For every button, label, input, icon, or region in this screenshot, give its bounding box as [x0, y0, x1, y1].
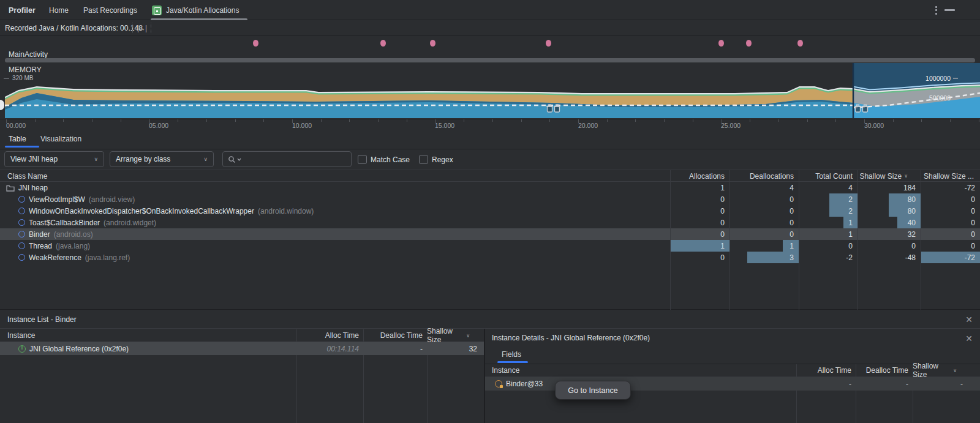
cell-value: 1: [673, 240, 725, 252]
cell-value: 0: [673, 217, 725, 228]
cell-value: 0: [673, 228, 725, 240]
col-class-name[interactable]: Class Name: [7, 170, 47, 182]
top-tab-bar: Profiler Home Past Recordings Java/Kotli…: [0, 0, 980, 20]
active-tab-underline: [497, 361, 528, 363]
class-name: ViewRootImpl$W: [29, 195, 85, 204]
filter-toolbar: View JNI heap ∨ Arrange by class ∨ Match…: [0, 149, 980, 170]
col-alloc-time[interactable]: Alloc Time: [796, 364, 851, 376]
close-icon[interactable]: ✕: [964, 334, 974, 343]
tab-past-recordings[interactable]: Past Recordings: [83, 0, 137, 20]
cell-value: 0: [733, 228, 794, 240]
dealloc-time-value: -: [853, 377, 908, 391]
tab-visualization[interactable]: Visualization: [40, 130, 81, 148]
folder-icon: [6, 184, 15, 192]
col-instance[interactable]: Instance: [492, 364, 519, 376]
instance-details-title: Instance Details - JNI Global Reference …: [492, 331, 650, 345]
tab-table[interactable]: Table: [9, 130, 26, 148]
event-dot-icon[interactable]: [253, 40, 258, 47]
col-shallow-size[interactable]: Shallow Size ∨: [854, 170, 908, 182]
search-icon: [228, 155, 236, 163]
activity-lifecycle-bar[interactable]: [5, 58, 975, 62]
view-tab-strip: Table Visualization: [0, 130, 980, 149]
sort-chevron-icon: ∨: [904, 173, 908, 179]
class-table-row[interactable]: JNI heap144184-72: [0, 182, 980, 193]
class-name: JNI heap: [18, 184, 48, 192]
axis-tick: [178, 119, 178, 122]
class-icon: [18, 196, 25, 203]
axis-tick: [35, 119, 36, 122]
heap-select[interactable]: View JNI heap ∨: [4, 151, 104, 167]
class-name: WindowOnBackInvokedDispatcher$OnBackInvo…: [29, 207, 254, 215]
col-allocations[interactable]: Allocations: [673, 170, 725, 182]
axis-tick: [235, 119, 236, 122]
close-icon[interactable]: ✕: [964, 315, 974, 324]
cell-value: 0: [861, 240, 916, 252]
column-divider: [921, 170, 921, 310]
axis-tick-label: 10.000: [292, 122, 312, 129]
event-dot-icon[interactable]: [546, 40, 551, 47]
class-table-row[interactable]: Thread(java.lang)11000: [0, 240, 980, 252]
instance-object-icon: [495, 380, 502, 387]
class-table-row[interactable]: WindowOnBackInvokedDispatcher$OnBackInvo…: [0, 205, 980, 217]
axis-tick-label: 20.000: [578, 122, 598, 129]
instance-row[interactable]: JNI Global Reference (0x2f0e) 00:14.114 …: [0, 342, 484, 355]
event-dot-icon[interactable]: [380, 40, 386, 47]
cell-value: 0: [673, 252, 725, 263]
axis-tick: [549, 119, 550, 122]
cell-value: 3: [733, 252, 794, 263]
profiler-window: Profiler Home Past Recordings Java/Kotli…: [0, 0, 980, 423]
regex-checkbox[interactable]: [419, 155, 428, 164]
match-case-label: Match Case: [371, 149, 410, 170]
col-dealloc-time[interactable]: Dealloc Time: [368, 329, 423, 342]
axis-tick: [407, 119, 407, 122]
col-shallow-size[interactable]: Shallow Size ∨: [427, 329, 470, 342]
event-dot-icon[interactable]: [797, 40, 803, 47]
axis-tick: [750, 119, 750, 122]
tab-home[interactable]: Home: [49, 0, 69, 20]
event-dot-icon[interactable]: [746, 40, 752, 47]
cell-value: 0: [924, 240, 975, 252]
class-table-row[interactable]: Binder(android.os)001320: [0, 228, 980, 240]
cell-value: 1: [802, 217, 853, 228]
package-name: (android.os): [54, 230, 93, 239]
event-dot-icon[interactable]: [430, 40, 435, 47]
column-divider: [796, 364, 797, 423]
col-shallow-size-label: Shallow Size: [859, 172, 902, 181]
col-deallocations[interactable]: Deallocations: [733, 170, 794, 182]
arrange-select[interactable]: Arrange by class ∨: [110, 151, 214, 167]
class-table-row[interactable]: Toast$CallbackBinder(android.widget)0014…: [0, 217, 980, 228]
axis-tick: [607, 119, 608, 122]
class-table-row[interactable]: ViewRootImpl$W(android.view)002800: [0, 193, 980, 205]
tab-label: Java/Kotlin Allocations: [166, 6, 239, 15]
event-dot-icon[interactable]: [718, 40, 724, 47]
active-tab-underline: [5, 146, 39, 148]
cell-value: 2: [802, 193, 853, 205]
col-shallow-size[interactable]: Shallow Size ∨: [913, 364, 957, 376]
field-instance-name: Binder@33: [506, 380, 543, 388]
app-title: Profiler: [9, 0, 36, 20]
tab-java-kotlin-allocations[interactable]: Java/Kotlin Allocations: [152, 0, 239, 20]
col-instance[interactable]: Instance: [7, 329, 35, 342]
allocations-tab-icon: [152, 6, 162, 15]
col-alloc-time[interactable]: Alloc Time: [304, 329, 359, 342]
cell-value: 40: [861, 217, 916, 228]
col-dealloc-time[interactable]: Dealloc Time: [853, 364, 908, 376]
zoom-to-fit-icon[interactable]: |↔|: [132, 23, 151, 33]
context-menu-go-to-instance[interactable]: Go to Instance: [555, 381, 631, 400]
recorded-session-bar: Recorded Java / Kotlin Allocations: 00.1…: [0, 20, 980, 36]
match-case-checkbox[interactable]: [358, 155, 367, 164]
tab-fields[interactable]: Fields: [502, 348, 521, 361]
class-table-row[interactable]: WeakReference(java.lang.ref)03-2-48-72: [0, 252, 980, 263]
instance-details-table-header: Instance Alloc Time Dealloc Time Shallow…: [485, 364, 980, 376]
col-total-count[interactable]: Total Count: [802, 170, 853, 182]
event-track[interactable]: [0, 36, 980, 51]
cell-value: 1: [802, 228, 853, 240]
memory-chart[interactable]: 1000000500000: [0, 63, 980, 118]
allocation-count-label: 1000000: [925, 75, 951, 82]
kebab-menu-icon[interactable]: [930, 0, 942, 20]
axis-tick: [321, 119, 322, 122]
col-shallow-size-delta[interactable]: Shallow Size ...: [924, 170, 974, 182]
search-input[interactable]: [222, 151, 352, 167]
cell-value: 0: [924, 205, 975, 217]
minimize-icon[interactable]: [944, 9, 955, 11]
